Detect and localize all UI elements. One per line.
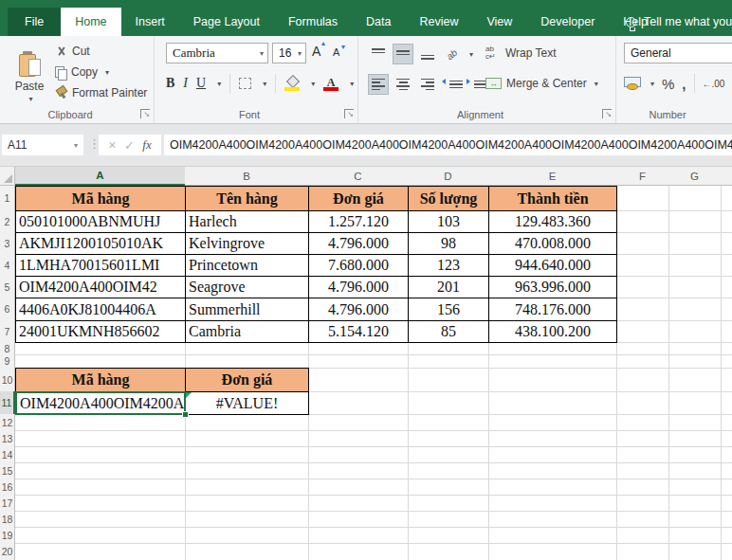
row-header-6[interactable]: 6 bbox=[0, 298, 15, 321]
tab-review[interactable]: Review bbox=[405, 8, 472, 36]
font-size-combo[interactable]: 16 ▾ bbox=[272, 43, 306, 63]
select-all-corner[interactable] bbox=[0, 167, 15, 186]
name-box[interactable]: A11 ▾ bbox=[2, 135, 83, 155]
copy-dropdown-arrow[interactable]: ▾ bbox=[105, 68, 109, 77]
row-header-10[interactable]: 10 bbox=[0, 368, 15, 392]
tab-insert[interactable]: Insert bbox=[121, 8, 179, 36]
cell-A6[interactable]: 4406A0KJ81004406A bbox=[15, 298, 186, 321]
row-header-3[interactable]: 3 bbox=[0, 232, 15, 255]
top-align-button[interactable] bbox=[368, 44, 389, 64]
increase-indent-button[interactable] bbox=[467, 74, 487, 95]
name-box-dropdown-arrow[interactable]: ▾ bbox=[74, 141, 78, 150]
formula-bar-input[interactable]: OIM4200A400OIM4200A400OIM4200A400OIM4200… bbox=[164, 135, 732, 155]
cell-E6[interactable]: 748.176.000 bbox=[488, 298, 617, 321]
row-header-7[interactable]: 7 bbox=[0, 320, 15, 343]
column-header-A[interactable]: A bbox=[15, 167, 186, 186]
underline-button[interactable]: U bbox=[196, 76, 206, 91]
cancel-icon[interactable]: × bbox=[108, 137, 116, 153]
cell-D2[interactable]: 103 bbox=[408, 210, 489, 233]
tab-data[interactable]: Data bbox=[352, 8, 405, 36]
bold-button[interactable]: B bbox=[166, 76, 174, 91]
underline-dropdown-arrow[interactable]: ▾ bbox=[217, 80, 221, 88]
row-header-1[interactable]: 1 bbox=[0, 186, 15, 211]
orientation-dropdown-arrow[interactable]: ▾ bbox=[469, 50, 473, 59]
paste-dropdown-arrow[interactable]: ▾ bbox=[28, 95, 32, 103]
merge-center-button[interactable]: ↔ Merge & Center ▾ bbox=[485, 77, 598, 90]
cut-button[interactable]: Cut bbox=[55, 45, 147, 58]
tell-me-box[interactable]: Tell me what you bbox=[626, 8, 732, 36]
font-color-button[interactable]: A bbox=[323, 76, 339, 91]
enter-icon[interactable]: ✓ bbox=[124, 138, 135, 153]
cell-C6[interactable]: 4.796.000 bbox=[308, 298, 409, 321]
cell-D1[interactable]: Số lượng bbox=[408, 186, 489, 211]
tab-view[interactable]: View bbox=[472, 8, 526, 36]
cell-A1[interactable]: Mã hàng bbox=[15, 186, 186, 211]
cell-C3[interactable]: 4.796.000 bbox=[308, 232, 409, 255]
cell-E1[interactable]: Thành tiền bbox=[488, 186, 617, 211]
tab-formulas[interactable]: Formulas bbox=[274, 8, 352, 36]
wrap-text-button[interactable]: abc↵ Wrap Text bbox=[485, 45, 557, 61]
cell-C5[interactable]: 4.796.000 bbox=[308, 276, 409, 298]
cell-A11[interactable]: OIM4200A400OIM4200A400OIM4200A400 bbox=[15, 391, 186, 415]
row-header-2[interactable]: 2 bbox=[0, 210, 15, 233]
cell-C7[interactable]: 5.154.120 bbox=[308, 320, 409, 343]
cell-A3[interactable]: AKMJI1200105010AK bbox=[15, 232, 186, 255]
decrease-font-size-button[interactable]: A▼ bbox=[333, 46, 339, 58]
cell-D5[interactable]: 201 bbox=[408, 276, 489, 298]
column-header-D[interactable]: D bbox=[408, 167, 489, 186]
font-dialog-launcher[interactable]: ↘ bbox=[344, 109, 354, 118]
clipboard-dialog-launcher[interactable]: ↘ bbox=[140, 109, 150, 118]
bottom-align-button[interactable] bbox=[417, 44, 438, 64]
font-name-combo[interactable]: Cambria ▾ bbox=[166, 43, 268, 63]
borders-dropdown-arrow[interactable]: ▾ bbox=[263, 80, 266, 88]
cell-A5[interactable]: OIM4200A400OIM42 bbox=[15, 276, 186, 298]
row-header-9[interactable]: 9 bbox=[0, 354, 15, 369]
row-header-15[interactable]: 15 bbox=[0, 462, 15, 479]
cell-B2[interactable]: Harlech bbox=[185, 210, 309, 233]
cell-C2[interactable]: 1.257.120 bbox=[308, 210, 409, 233]
row-header-20[interactable]: 20 bbox=[0, 543, 15, 560]
column-header-B[interactable]: B bbox=[185, 167, 309, 186]
row-header-4[interactable]: 4 bbox=[0, 254, 15, 277]
align-right-button[interactable] bbox=[417, 74, 438, 95]
cell-A4[interactable]: 1LMHA70015601LMI bbox=[15, 254, 186, 277]
cell-B7[interactable]: Cambria bbox=[185, 320, 309, 343]
tab-home[interactable]: Home bbox=[61, 8, 120, 36]
fill-color-dropdown-arrow[interactable]: ▾ bbox=[311, 80, 315, 88]
row-header-14[interactable]: 14 bbox=[0, 446, 15, 463]
column-header-C[interactable]: C bbox=[308, 167, 409, 186]
row-header-13[interactable]: 13 bbox=[0, 430, 15, 447]
italic-button[interactable]: I bbox=[183, 76, 188, 91]
row-header-16[interactable]: 16 bbox=[0, 479, 15, 496]
format-painter-button[interactable]: Format Painter bbox=[55, 86, 147, 99]
increase-decimal-button[interactable]: ←.00 bbox=[703, 79, 725, 89]
fill-handle[interactable] bbox=[182, 411, 189, 418]
column-header-partial[interactable] bbox=[721, 167, 732, 186]
cell-D7[interactable]: 85 bbox=[408, 320, 489, 343]
cell-B3[interactable]: Kelvingrove bbox=[185, 232, 309, 255]
accounting-dropdown-arrow[interactable]: ▾ bbox=[650, 80, 654, 88]
comma-style-button[interactable]: , bbox=[682, 76, 686, 92]
alignment-dialog-launcher[interactable]: ↘ bbox=[602, 109, 612, 118]
insert-function-icon[interactable]: fx bbox=[142, 137, 151, 153]
number-format-combo[interactable]: General bbox=[624, 43, 732, 63]
fill-color-button[interactable] bbox=[284, 76, 300, 91]
cell-C4[interactable]: 7.680.000 bbox=[308, 254, 409, 277]
copy-button[interactable]: Copy ▾ bbox=[55, 65, 147, 79]
cell-E5[interactable]: 963.996.000 bbox=[488, 276, 617, 298]
cell-A10[interactable]: Mã hàng bbox=[15, 368, 186, 392]
middle-align-button[interactable] bbox=[393, 44, 413, 64]
orientation-button[interactable]: ab bbox=[442, 44, 463, 64]
row-header-5[interactable]: 5 bbox=[0, 276, 15, 298]
cell-E3[interactable]: 470.008.000 bbox=[488, 232, 617, 255]
tab-developer[interactable]: Developer bbox=[526, 8, 609, 36]
cell-D4[interactable]: 123 bbox=[408, 254, 489, 277]
cell-B1[interactable]: Tên hàng bbox=[185, 186, 309, 211]
font-name-dropdown-arrow[interactable]: ▾ bbox=[256, 49, 264, 58]
column-header-G[interactable]: G bbox=[668, 167, 722, 186]
row-header-17[interactable]: 17 bbox=[0, 495, 15, 512]
paste-button[interactable]: Paste ▾ bbox=[8, 40, 51, 114]
font-size-dropdown-arrow[interactable]: ▾ bbox=[294, 49, 302, 58]
cell-A7[interactable]: 24001UKMNH856602 bbox=[15, 320, 186, 343]
cell-A2[interactable]: 050101000ABNMUHJ bbox=[15, 210, 186, 233]
